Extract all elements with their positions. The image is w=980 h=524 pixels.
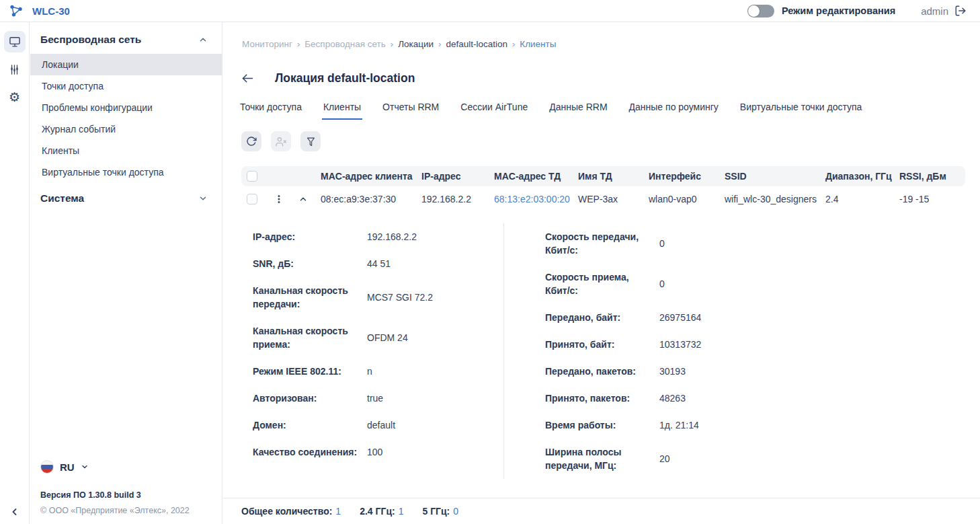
row-checkbox[interactable] [247,194,257,204]
stat-total: Общее количество: 1 [241,506,341,517]
column-header-band: Диапазон, ГГц [825,171,899,182]
stat-band5-value: 0 [453,506,458,517]
breadcrumb-item-wireless: Беспроводная сеть [304,39,386,49]
user-x-icon [276,136,287,147]
disconnect-client-button[interactable] [271,131,291,151]
page-header: Локация default-location [241,71,980,85]
detail-value: MCS7 SGI 72.2 [367,291,433,304]
cell-client-mac: 08:ec:a9:3e:37:30 [321,194,421,204]
breadcrumb-separator [438,39,441,49]
sidebar-item-tochki-dostupa[interactable]: Точки доступа [30,75,222,97]
tab-sessii-airtune[interactable]: Сессии AirTune [459,102,529,120]
detail-value: n [367,365,372,378]
tab-dannye-rrm[interactable]: Данные RRM [548,102,608,120]
sidebar-group-wireless[interactable]: Беспроводная сеть [30,22,222,54]
screen: WLC-30 Режим редактирования admin [0,0,980,524]
detail-label: Принято, пакетов: [545,391,659,405]
detail-value: 44 51 [367,257,391,270]
refresh-button[interactable] [241,131,261,151]
sidebar-item-klienty[interactable]: Клиенты [30,140,222,161]
sidebar-item-lokacii[interactable]: Локации [30,54,222,75]
detail-value: OFDM 24 [367,331,408,344]
detail-label: Ширина полосы передачи, МГц: [545,445,659,472]
sidebar-item-virtualnye-tochki-dostupa[interactable]: Виртуальные точки доступа [30,161,222,183]
detail-value: 0 [659,237,665,250]
breadcrumb-item-default-location[interactable]: default-location [446,39,507,49]
top-bar: WLC-30 Режим редактирования admin [0,0,980,22]
chevron-left-icon [9,507,20,517]
cell-ap-mac-link[interactable]: 68:13:e2:03:00:20 [494,194,578,204]
arrow-left-icon [241,71,255,85]
refresh-icon [246,136,257,147]
select-all-checkbox[interactable] [247,171,257,182]
firmware-version: Версия ПО 1.30.8 build 3 [40,490,222,500]
detail-row: Качество соединения: 100 [253,439,503,465]
chevron-down-icon [81,463,89,471]
detail-value: true [367,391,383,405]
row-collapse-chevron-icon[interactable] [296,194,310,204]
detail-row: Принято, байт: 10313732 [545,331,965,358]
sidebar-group-system[interactable]: Система [30,183,222,213]
toolbar [241,131,980,151]
client-row: 08:ec:a9:3e:37:30 192.168.2.2 68:13:e2:0… [241,186,965,212]
detail-row: Передано, байт: 26975164 [545,304,965,331]
client-details-panel: IP-адрес: 192.168.2.2 SNR, дБ: 44 51 Кан… [241,223,965,479]
cell-ip: 192.168.2.2 [421,194,494,204]
column-header-ssid: SSID [725,171,825,182]
detail-label: Скорость приема, Кбит/с: [545,270,659,297]
topbar-right: Режим редактирования admin [747,5,980,17]
stat-band24: 2.4 ГГц: 1 [360,506,403,517]
row-menu-kebab-icon[interactable] [272,194,286,204]
tab-tochki-dostupa[interactable]: Точки доступа [239,102,303,120]
detail-row: Канальная скорость приема: OFDM 24 [253,317,503,358]
username: admin [921,5,948,17]
detail-value: 0 [659,277,665,291]
stat-total-value: 1 [335,506,341,517]
tab-dannye-po-roumingu[interactable]: Данные по роумингу [628,102,720,120]
settings-rail-button[interactable] [4,59,26,80]
sidebar-group-system-label: Система [40,192,84,204]
collapse-sidebar-button[interactable] [0,507,30,517]
detail-label: Время работы: [545,418,659,432]
logout-icon[interactable] [954,5,967,17]
cell-band: 2.4 [825,194,899,204]
icon-rail: ⚙ [0,22,30,524]
detail-row: Ширина полосы передачи, МГц: 20 [545,439,965,479]
tab-virtualnye-tochki-dostupa[interactable]: Виртуальные точки доступа [739,102,864,120]
detail-label: Передано, пакетов: [545,365,659,378]
tab-otchety-rrm[interactable]: Отчеты RRM [381,102,440,120]
main-content: Мониторинг Беспроводная сеть Локации def… [223,22,980,524]
system-rail-button[interactable]: ⚙ [4,86,26,108]
detail-value: 48263 [659,391,686,405]
monitoring-rail-button[interactable] [4,31,26,52]
details-right-column: Скорость передачи, Кбит/с: 0 Скорость пр… [503,223,965,479]
detail-label: Качество соединения: [253,445,367,459]
cell-rssi: -19 -15 [899,194,965,204]
tab-klienty[interactable]: Клиенты [322,102,362,120]
sliders-icon [8,63,21,76]
column-header-ip: IP-адрес [421,171,494,182]
edit-mode-toggle[interactable] [747,5,774,17]
back-button[interactable] [241,71,255,85]
column-header-client-mac: MAC-адрес клиента [321,171,421,182]
sidebar-item-problemy-konfiguracii[interactable]: Проблемы конфигурации [30,97,222,118]
page-title: Локация default-location [275,71,415,85]
detail-row: IP-адрес: 192.168.2.2 [253,223,503,250]
breadcrumb-item-lokacii[interactable]: Локации [398,39,434,49]
detail-label: Авторизован: [253,391,367,405]
detail-row: Режим IEEE 802.11: n [253,358,503,385]
breadcrumb-item-klienty[interactable]: Клиенты [520,39,556,49]
filter-button[interactable] [300,131,321,151]
detail-row: Канальная скорость передачи: MCS7 SGI 72… [253,277,503,317]
cell-interface: wlan0-vap0 [649,194,725,204]
detail-label: Домен: [253,418,367,432]
detail-value: default [367,418,395,432]
sidebar-item-zhurnal-sobytij[interactable]: Журнал событий [30,118,222,140]
details-left-column: IP-адрес: 192.168.2.2 SNR, дБ: 44 51 Кан… [241,223,503,479]
detail-value: 20 [659,452,670,465]
chevron-down-icon [198,194,208,203]
detail-label: Режим IEEE 802.11: [253,365,367,378]
table-header-row: MAC-адрес клиента IP-адрес MAC-адрес ТД … [241,166,965,186]
stat-band5: 5 ГГц: 0 [422,506,458,517]
language-selector[interactable]: RU [40,460,222,474]
